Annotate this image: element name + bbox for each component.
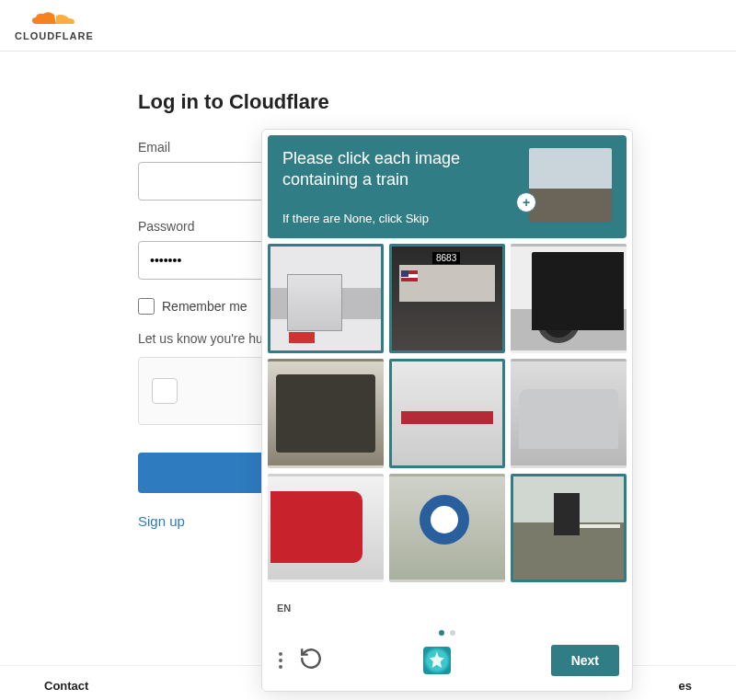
zoom-example-button[interactable]: + [516,192,536,212]
app-header: CLOUDFLARE [0,0,736,52]
tile-subway-8683[interactable] [389,244,505,353]
signup-link[interactable]: Sign up [138,513,185,529]
cloudflare-logo[interactable]: CLOUDFLARE [15,10,94,41]
footer-contact[interactable]: Contact [44,679,88,693]
captcha-dialog: Please click each image containing a tra… [261,129,633,692]
captcha-menu-button[interactable] [275,648,286,672]
hcaptcha-logo-icon [423,647,451,674]
tile-silver-sedan[interactable] [511,359,627,468]
captcha-header: Please click each image containing a tra… [268,135,627,238]
tile-train-tracks[interactable] [511,474,627,583]
captcha-sub-instruction: If there are None, click Skip [282,212,518,225]
captcha-example-thumb: + [529,148,612,222]
brand-text: CLOUDFLARE [15,30,94,41]
tile-red-train-yard[interactable] [389,359,505,468]
footer-right-cutoff: es [679,679,692,693]
captcha-instruction: Please click each image containing a tra… [282,148,518,191]
remember-label: Remember me [162,299,247,314]
captcha-language[interactable]: EN [275,601,619,623]
page-title: Log in to Cloudflare [138,90,598,114]
tile-pickup-truck[interactable] [511,244,627,353]
tile-train-platform[interactable] [268,244,384,353]
remember-checkbox[interactable] [138,298,155,315]
tile-red-sports-car[interactable] [268,474,384,583]
captcha-next-button[interactable]: Next [551,645,619,676]
page-dot[interactable] [439,630,444,636]
password-label: Password [138,219,194,234]
captcha-grid [268,244,627,583]
hcaptcha-checkbox[interactable] [152,378,178,404]
tile-cyclists[interactable] [389,474,505,583]
tile-bus-interior[interactable] [268,359,384,468]
cloud-icon [29,10,80,29]
captcha-page-dots [275,623,619,639]
page-dot[interactable] [450,630,455,636]
reload-icon[interactable] [299,647,323,674]
